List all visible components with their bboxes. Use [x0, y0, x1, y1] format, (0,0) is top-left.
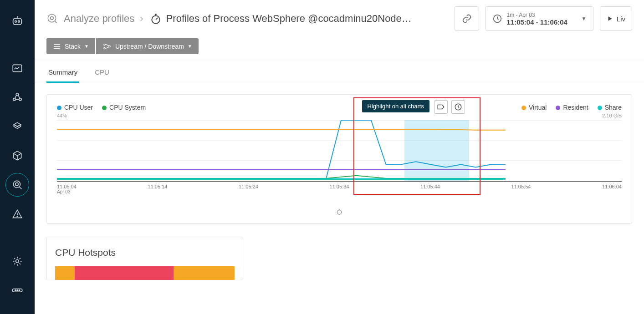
magnify-target-icon [11, 179, 23, 191]
nav-platform[interactable] [5, 115, 29, 138]
svg-point-5 [16, 93, 18, 96]
nav-home[interactable] [5, 9, 29, 33]
content: CPU User CPU System Virtual Resident Sha… [35, 83, 644, 291]
breadcrumb[interactable]: Analyze profiles › [46, 13, 143, 25]
diamond-icon [11, 121, 23, 132]
breadcrumb-label: Analyze profiles [64, 13, 134, 25]
robot-icon [11, 15, 24, 27]
svg-point-30 [104, 47, 105, 49]
svg-point-7 [19, 98, 21, 101]
sidebar [0, 0, 35, 314]
svg-point-1 [15, 20, 17, 22]
svg-rect-0 [13, 18, 22, 25]
tab-cpu[interactable]: CPU [93, 68, 111, 83]
svg-point-33 [337, 210, 341, 214]
svg-point-12 [17, 216, 18, 217]
flow-icon [102, 43, 112, 50]
tabs: Summary CPU [35, 59, 644, 83]
y-max-right: 2.10 GiB [602, 113, 622, 118]
time-picker[interactable]: 1m - Apr 03 11:05:04 - 11:06:04 ▼ [486, 6, 593, 31]
time-top: 1m - Apr 03 [507, 12, 567, 18]
x-axis-ticks: 11:05:0411:05:1411:05:2411:05:3411:05:44… [57, 184, 622, 189]
svg-point-9 [15, 183, 19, 186]
warning-icon [11, 208, 23, 220]
tab-summary[interactable]: Summary [46, 68, 79, 83]
hotspots-card: CPU Hotspots [46, 237, 243, 280]
stopwatch-icon [150, 13, 162, 25]
stack-dropdown[interactable]: Stack ▼ [46, 38, 95, 54]
x-axis-sublabel: Apr 03 [57, 189, 622, 194]
time-range: 11:05:04 - 11:06:04 [507, 18, 567, 26]
svg-point-21 [152, 16, 159, 24]
svg-point-19 [51, 17, 54, 20]
nav-stack[interactable] [5, 144, 29, 167]
tag-icon [437, 104, 445, 110]
cube-icon [11, 150, 23, 162]
nav-settings[interactable] [5, 249, 29, 273]
nav-events[interactable] [5, 202, 29, 226]
live-label: Liv [617, 15, 625, 23]
svg-point-31 [109, 46, 110, 47]
svg-point-18 [48, 14, 56, 22]
legend-resident: Resident [556, 104, 588, 111]
clock-button[interactable] [451, 100, 465, 114]
nav-analyze[interactable] [5, 173, 29, 197]
svg-point-15 [15, 290, 16, 291]
nav-more[interactable] [5, 279, 29, 302]
clock-icon [492, 14, 502, 24]
chevron-down-icon: ▼ [84, 44, 89, 49]
svg-point-8 [13, 181, 20, 187]
link-icon [462, 14, 472, 24]
svg-point-17 [19, 290, 20, 291]
page-title-text: Profiles of Process WebSphere @cocadminu… [166, 13, 412, 25]
topology-icon [11, 91, 23, 103]
timer-indicator [57, 208, 622, 217]
chart-legend: CPU User CPU System Virtual Resident Sha… [57, 104, 622, 111]
play-icon [607, 15, 613, 22]
svg-line-10 [19, 187, 21, 189]
clock-icon [454, 103, 462, 111]
page-title: Profiles of Process WebSphere @cocadminu… [150, 13, 412, 25]
live-button[interactable]: Liv [600, 6, 632, 31]
tag-button[interactable] [434, 100, 448, 114]
nav-apps[interactable] [5, 86, 29, 109]
chevron-right-icon: › [140, 13, 143, 25]
svg-point-29 [104, 44, 105, 45]
legend-share: Share [598, 104, 622, 111]
chart-plot[interactable]: Highlight on all charts [57, 120, 622, 182]
legend-virtual: Virtual [521, 104, 547, 111]
dashboard-icon [11, 62, 23, 74]
chart-svg [57, 120, 506, 181]
upstream-dropdown[interactable]: Upstream / Downstream ▼ [96, 38, 199, 54]
gear-icon [11, 255, 23, 267]
header: Analyze profiles › Profiles of Process W… [35, 0, 644, 35]
toolbar: Stack ▼ Upstream / Downstream ▼ [35, 35, 644, 59]
nav-dashboards[interactable] [5, 56, 29, 80]
svg-line-24 [156, 18, 158, 20]
more-icon [11, 286, 23, 294]
svg-point-6 [13, 98, 15, 101]
legend-cpu-system: CPU System [102, 104, 146, 111]
chevron-down-icon: ▼ [581, 15, 587, 22]
chart-card: CPU User CPU System Virtual Resident Sha… [46, 94, 632, 224]
upstream-label: Upstream / Downstream [115, 43, 184, 50]
analyze-icon [46, 13, 58, 25]
main: Analyze profiles › Profiles of Process W… [35, 0, 644, 314]
stopwatch-icon [336, 208, 343, 215]
svg-line-20 [55, 21, 56, 23]
legend-cpu-user: CPU User [57, 104, 93, 111]
svg-point-16 [17, 290, 18, 291]
svg-point-2 [18, 20, 20, 22]
tooltip: Highlight on all charts [362, 100, 429, 112]
link-button[interactable] [455, 6, 479, 31]
stack-label: Stack [65, 43, 81, 50]
chevron-down-icon: ▼ [188, 44, 192, 49]
hotspots-bar[interactable] [55, 266, 235, 280]
y-max-left: 44% [57, 113, 67, 118]
svg-point-13 [16, 260, 19, 263]
stack-icon [53, 43, 61, 50]
hotspots-title: CPU Hotspots [55, 247, 235, 258]
